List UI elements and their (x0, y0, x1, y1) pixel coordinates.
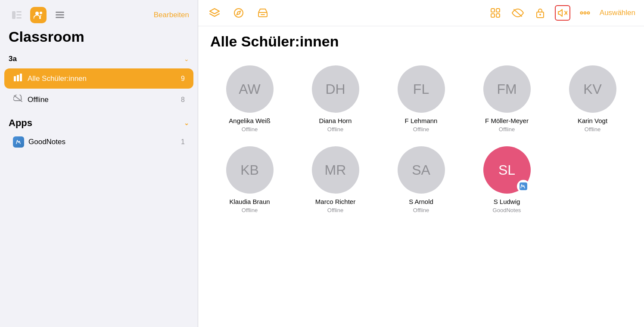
student-card-mr[interactable]: MR Marco Richter Offline (296, 146, 375, 213)
student-name-mr: Marco Richter (315, 198, 355, 205)
svg-point-13 (234, 9, 243, 17)
svg-point-21 (539, 14, 541, 15)
toolbar: Auswählen (198, 0, 644, 26)
sidebar-item-goodnotes-label: GoodNotes (28, 138, 177, 146)
svg-point-5 (40, 12, 42, 14)
svg-rect-2 (16, 14, 22, 15)
avatar-fm: FM (483, 65, 531, 113)
svg-rect-0 (12, 11, 16, 19)
svg-rect-3 (16, 17, 22, 19)
select-button[interactable]: Auswählen (600, 9, 635, 17)
svg-rect-10 (17, 75, 19, 81)
sidebar-item-alle-count: 9 (181, 75, 185, 83)
svg-rect-9 (14, 76, 16, 81)
main-content: Auswählen Alle Schüler:innen AW Angelika… (198, 0, 644, 327)
sidebar-item-offline[interactable]: Offline 8 (4, 89, 193, 110)
svg-rect-8 (56, 17, 64, 18)
sidebar-toggle-icon[interactable] (9, 7, 25, 23)
avatar-kb: KB (226, 146, 274, 194)
chevron-down-icon: ⌄ (184, 56, 189, 62)
chart-bar-icon (13, 74, 23, 83)
more-button[interactable] (577, 5, 593, 21)
mute-button[interactable] (555, 5, 570, 21)
students-grid: AW Angelika Weiß Offline DH Diana Horn O… (198, 59, 644, 225)
sidebar-group-3a-header[interactable]: 3a ⌄ (0, 50, 198, 68)
student-card-sa[interactable]: SA S Arnold Offline (382, 146, 460, 213)
student-name-sl: S Ludwig (494, 198, 520, 205)
sidebar-title: Classroom (0, 27, 198, 50)
edit-button[interactable]: Bearbeiten (154, 11, 189, 19)
sidebar-apps-label[interactable]: Apps ⌄ (0, 114, 198, 130)
sidebar-item-goodnotes-count: 1 (181, 138, 185, 146)
student-status-fl: Offline (413, 126, 429, 133)
toolbar-left (207, 5, 481, 21)
student-card-fl[interactable]: FL F Lehmann Offline (382, 65, 460, 133)
student-status-mr: Offline (327, 207, 343, 213)
layers-button[interactable] (207, 5, 222, 21)
student-card-dh[interactable]: DH Diana Horn Offline (296, 65, 375, 133)
svg-point-26 (587, 12, 589, 14)
svg-rect-1 (16, 11, 22, 12)
inbox-button[interactable] (255, 5, 271, 21)
student-status-kv: Offline (585, 126, 600, 133)
sidebar-icon-group (9, 7, 68, 23)
avatar-sa: SA (398, 146, 445, 194)
svg-rect-17 (491, 14, 495, 17)
student-status-kb: Offline (242, 207, 258, 213)
apps-chevron-icon: ⌄ (184, 120, 189, 126)
student-status-dh: Offline (327, 126, 343, 133)
svg-rect-11 (20, 74, 22, 81)
sidebar-apps-section: Apps ⌄ GoodNotes 1 (0, 114, 198, 154)
sidebar-item-offline-count: 8 (181, 96, 185, 104)
student-name-sa: S Arnold (409, 198, 433, 205)
student-status-sa: Offline (413, 207, 429, 213)
student-card-sl[interactable]: SL S Ludwig GoodNotes (467, 146, 546, 213)
student-status-aw: Offline (242, 126, 258, 133)
svg-rect-15 (491, 9, 495, 12)
student-name-kv: Karin Vogt (578, 117, 607, 124)
svg-rect-18 (496, 14, 500, 17)
avatar-fl: FL (398, 65, 445, 113)
sidebar-section-3a: 3a ⌄ Alle Schüler:innen 9 (0, 50, 198, 111)
apps-grid-button[interactable] (488, 5, 503, 21)
lock-button[interactable] (532, 5, 548, 21)
student-name-dh: Diana Horn (319, 117, 352, 124)
sidebar: Bearbeiten Classroom 3a ⌄ Alle Schüler:i… (0, 0, 198, 327)
sidebar-item-goodnotes[interactable]: GoodNotes 1 (4, 131, 193, 153)
sidebar-item-offline-label: Offline (28, 96, 177, 104)
student-name-fl: F Lehmann (405, 117, 438, 124)
svg-point-25 (584, 12, 586, 14)
student-name-fm: F Möller-Meyer (485, 117, 529, 124)
svg-rect-16 (496, 9, 500, 12)
svg-rect-7 (56, 14, 64, 15)
svg-point-24 (580, 12, 582, 14)
avatar-aw: AW (226, 65, 274, 113)
avatar-kv: KV (569, 65, 616, 113)
avatar-dh: DH (312, 65, 359, 113)
student-card-aw[interactable]: AW Angelika Weiß Offline (210, 65, 289, 133)
student-card-fm[interactable]: FM F Möller-Meyer Offline (467, 65, 546, 133)
people-icon[interactable] (30, 7, 47, 23)
svg-line-19 (514, 9, 522, 16)
cloud-offline-icon (13, 95, 23, 105)
toolbar-right: Auswählen (488, 5, 635, 21)
goodnotes-icon (13, 136, 24, 148)
student-name-kb: Klaudia Braun (229, 198, 270, 205)
main-title: Alle Schüler:innen (198, 26, 644, 59)
sidebar-header: Bearbeiten (0, 0, 198, 27)
avatar-mr: MR (312, 146, 359, 194)
goodnotes-badge-icon (517, 180, 530, 193)
student-status-sl: GoodNotes (493, 207, 521, 213)
sidebar-item-alle-schueler[interactable]: Alle Schüler:innen 9 (4, 68, 193, 89)
sidebar-group-3a-label: 3a (9, 55, 17, 63)
svg-point-4 (35, 12, 39, 15)
student-name-aw: Angelika Weiß (229, 117, 270, 124)
eye-hidden-button[interactable] (510, 5, 526, 21)
student-card-kv[interactable]: KV Karin Vogt Offline (553, 65, 632, 133)
student-card-kb[interactable]: KB Klaudia Braun Offline (210, 146, 289, 213)
avatar-sl: SL (483, 146, 531, 194)
list-icon[interactable] (52, 7, 68, 23)
sidebar-item-alle-label: Alle Schüler:innen (28, 74, 177, 83)
svg-rect-6 (56, 12, 64, 13)
compass-button[interactable] (231, 5, 246, 21)
